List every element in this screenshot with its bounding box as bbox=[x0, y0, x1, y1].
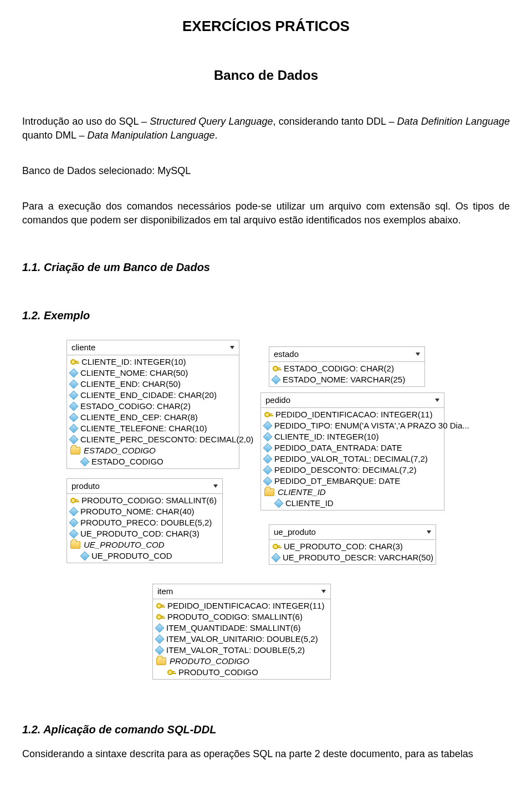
diamond-icon bbox=[263, 421, 273, 431]
field-label: PEDIDO_DESCONTO: DECIMAL(7,2) bbox=[274, 465, 416, 476]
field-label: CLIENTE_END_CIDADE: CHAR(20) bbox=[80, 390, 217, 401]
diamond-icon bbox=[69, 402, 79, 411]
intro-paragraph-2: Banco de Dados selecionado: MySQL bbox=[22, 164, 510, 177]
diamond-icon bbox=[69, 529, 79, 539]
field-row: PEDIDO_VALOR_TOTAL: DECIMAL(7,2) bbox=[261, 453, 444, 465]
intro-paragraph-3: Para a execução dos comandos necessários… bbox=[22, 200, 510, 227]
text: Introdução ao uso do SQL – bbox=[22, 116, 150, 127]
field-label: CLIENTE_ID bbox=[285, 498, 334, 509]
diamond-icon bbox=[69, 518, 79, 528]
text-italic: Data Definition Language bbox=[397, 116, 510, 127]
field-row: ESTADO_CODIGO: CHAR(2) bbox=[67, 401, 239, 412]
field-row: CLIENTE_ID: INTEGER(10) bbox=[67, 356, 239, 368]
table-body: ESTADO_CODIGO: CHAR(2)ESTADO_NOME: VARCH… bbox=[269, 362, 424, 386]
table-body: PRODUTO_CODIGO: SMALLINT(6)PRODUTO_NOME:… bbox=[67, 494, 222, 563]
diamond-icon bbox=[69, 413, 79, 422]
field-label: PRODUTO_CODIGO bbox=[178, 667, 258, 678]
text: quanto DML – bbox=[22, 130, 87, 141]
section-heading-1-2-aplicacao: 1.2. Aplicação de comando SQL-DDL bbox=[22, 722, 510, 737]
field-label: CLIENTE_PERC_DESCONTO: DECIMAL(2,0) bbox=[80, 434, 253, 445]
table-header: ue_produto bbox=[269, 525, 436, 540]
field-row: PEDIDO_DATA_ENTRADA: DATE bbox=[261, 442, 444, 453]
field-row: PEDIDO_IDENTIFICACAO: INTEGER(11) bbox=[153, 600, 330, 611]
field-row: CLIENTE_END: CHAR(50) bbox=[67, 379, 239, 390]
table-name: pedido bbox=[265, 395, 290, 406]
page-subtitle: Banco de Dados bbox=[22, 67, 510, 84]
field-row: CLIENTE_ID bbox=[261, 498, 444, 509]
field-row: PRODUTO_NOME: CHAR(40) bbox=[67, 506, 222, 517]
field-label: UE_PRODUTO_DESCR: VARCHAR(50) bbox=[283, 552, 433, 563]
diamond-icon bbox=[80, 552, 90, 561]
chevron-down-icon bbox=[213, 484, 218, 488]
field-row: PRODUTO_CODIGO: SMALLINT(6) bbox=[153, 611, 330, 622]
table-pedido: pedido PEDIDO_IDENTIFICACAO: INTEGER(11)… bbox=[260, 392, 444, 511]
table-produto: produto PRODUTO_CODIGO: SMALLINT(6)PRODU… bbox=[66, 478, 223, 563]
key-icon bbox=[167, 668, 175, 676]
field-label: ITEM_VALOR_UNITARIO: DOUBLE(5,2) bbox=[166, 634, 318, 645]
table-body: UE_PRODUTO_COD: CHAR(3)UE_PRODUTO_DESCR:… bbox=[269, 540, 436, 564]
chevron-down-icon bbox=[427, 530, 431, 534]
field-label: CLIENTE_ID bbox=[278, 487, 326, 498]
field-row: ESTADO_NOME: VARCHAR(25) bbox=[269, 374, 424, 385]
table-name: produto bbox=[71, 481, 100, 492]
table-item: item PEDIDO_IDENTIFICACAO: INTEGER(11)PR… bbox=[152, 584, 331, 680]
page-title: EXERCÍCIOS PRÁTICOS bbox=[22, 17, 510, 36]
diamond-icon bbox=[80, 457, 90, 467]
field-row: PRODUTO_CODIGO: SMALLINT(6) bbox=[67, 495, 222, 506]
field-label: PRODUTO_CODIGO: SMALLINT(6) bbox=[81, 495, 217, 506]
table-header: pedido bbox=[261, 393, 444, 408]
text-italic: Structured Query Language bbox=[150, 116, 273, 127]
chevron-down-icon bbox=[230, 346, 234, 349]
field-label: ESTADO_CODIGO: CHAR(2) bbox=[80, 401, 191, 412]
diamond-icon bbox=[155, 624, 165, 633]
diamond-icon bbox=[272, 553, 281, 563]
field-label: ITEM_VALOR_TOTAL: DOUBLE(5,2) bbox=[166, 645, 305, 656]
chevron-down-icon bbox=[321, 590, 326, 593]
chevron-down-icon bbox=[416, 353, 420, 356]
table-cliente: cliente CLIENTE_ID: INTEGER(10)CLIENTE_N… bbox=[66, 340, 239, 469]
diamond-icon bbox=[263, 432, 273, 442]
diamond-icon bbox=[274, 499, 284, 508]
chevron-down-icon bbox=[435, 399, 439, 402]
key-icon bbox=[156, 613, 164, 621]
table-body: PEDIDO_IDENTIFICACAO: INTEGER(11)PRODUTO… bbox=[153, 599, 330, 679]
intro-paragraph-1: Introdução ao uso do SQL – Structured Qu… bbox=[22, 115, 510, 142]
diamond-icon bbox=[263, 466, 273, 475]
diamond-icon bbox=[69, 380, 79, 389]
field-row: CLIENTE_NOME: CHAR(50) bbox=[67, 368, 239, 379]
table-ue-produto: ue_produto UE_PRODUTO_COD: CHAR(3)UE_PRO… bbox=[269, 524, 436, 565]
field-row: UE_PRODUTO_DESCR: VARCHAR(50) bbox=[269, 552, 436, 563]
field-row: CLIENTE_TELEFONE: CHAR(10) bbox=[67, 423, 239, 434]
table-header: produto bbox=[67, 479, 222, 494]
field-label: PRODUTO_CODIGO: SMALLINT(6) bbox=[167, 611, 303, 622]
field-label: UE_PRODUTO_COD: CHAR(3) bbox=[284, 541, 403, 552]
final-paragraph: Considerando a sintaxe descrita para as … bbox=[22, 747, 510, 761]
field-row: CLIENTE_END_CEP: CHAR(8) bbox=[67, 412, 239, 423]
field-label: ITEM_QUANTIDADE: SMALLINT(6) bbox=[166, 622, 301, 634]
section-heading-1-2-exemplo: 1.2. Exemplo bbox=[22, 308, 510, 323]
folder-icon bbox=[156, 657, 166, 665]
field-row: ESTADO_CODIGO: CHAR(2) bbox=[269, 363, 424, 374]
folder-icon bbox=[264, 488, 274, 496]
field-row: UE_PRODUTO_COD bbox=[67, 539, 222, 550]
diamond-icon bbox=[263, 455, 273, 464]
diamond-icon bbox=[69, 369, 79, 378]
diamond-icon bbox=[272, 375, 281, 385]
diamond-icon bbox=[263, 443, 273, 453]
table-estado: estado ESTADO_CODIGO: CHAR(2)ESTADO_NOME… bbox=[269, 346, 425, 387]
field-row: ESTADO_CODIGO bbox=[67, 456, 239, 467]
table-body: PEDIDO_IDENTIFICACAO: INTEGER(11)PEDIDO_… bbox=[261, 408, 444, 510]
field-label: PRODUTO_NOME: CHAR(40) bbox=[80, 506, 195, 517]
folder-icon bbox=[70, 447, 80, 455]
key-icon bbox=[264, 411, 272, 418]
key-icon bbox=[273, 543, 280, 550]
field-row: ITEM_VALOR_TOTAL: DOUBLE(5,2) bbox=[153, 645, 330, 656]
field-row: ITEM_QUANTIDADE: SMALLINT(6) bbox=[153, 622, 330, 634]
field-label: PRODUTO_CODIGO bbox=[170, 656, 249, 667]
field-row: PEDIDO_TIPO: ENUM('A VISTA','A PRAZO 30 … bbox=[261, 420, 444, 431]
diamond-icon bbox=[69, 435, 79, 445]
text-italic: Data Manipulation Language bbox=[87, 130, 214, 141]
field-row: CLIENTE_ID bbox=[261, 487, 444, 498]
table-name: estado bbox=[274, 349, 299, 360]
field-row: CLIENTE_PERC_DESCONTO: DECIMAL(2,0) bbox=[67, 434, 239, 445]
